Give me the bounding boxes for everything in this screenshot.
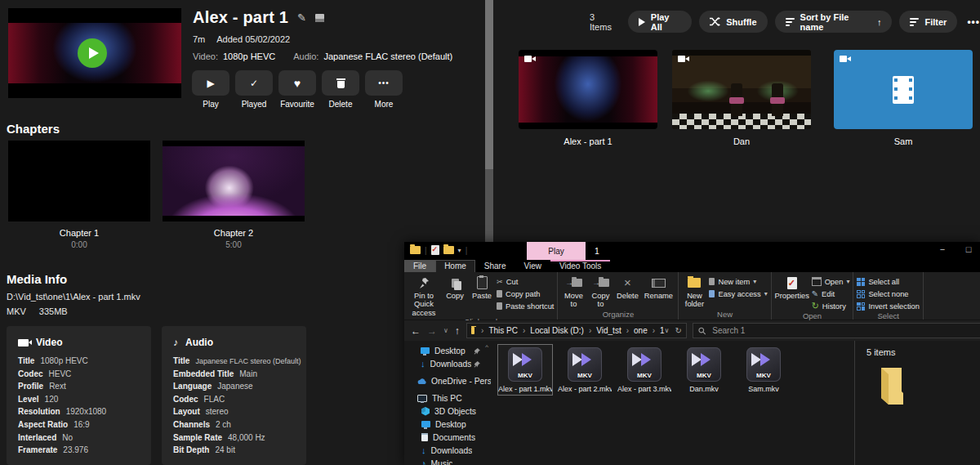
rename-button[interactable]: Rename [642, 274, 675, 300]
copy-button[interactable]: Copy [443, 274, 467, 300]
played-button[interactable]: ✓ Played [235, 70, 273, 109]
back-button[interactable]: ← [411, 325, 421, 337]
sidebar-item-downloads[interactable]: ↓ Downloads [404, 444, 491, 457]
library-item-name: Dan [672, 136, 811, 146]
more-dots-icon: ••• [378, 78, 390, 87]
open-icon [812, 277, 822, 286]
sidebar-item-this-pc[interactable]: This PC [404, 391, 491, 405]
breadcrumb-local-disk[interactable]: Local Disk (D:) [530, 326, 584, 335]
tab-file[interactable]: File [404, 260, 435, 272]
file-alex-part-1[interactable]: MKV Alex - part 1.mkv [498, 345, 552, 395]
shuffle-button[interactable]: Shuffle [699, 11, 767, 33]
properties-qat-icon[interactable]: ✓ [431, 245, 439, 255]
library-item-thumbnail[interactable] [834, 50, 973, 129]
file-alex-part-2[interactable]: MKV Alex - part 2.mkv [558, 345, 612, 395]
chapter-time: 5:00 [163, 240, 305, 249]
copy-to-button[interactable]: → Copy to [588, 274, 612, 309]
maximize-button[interactable]: □ [960, 244, 978, 254]
library-item-dan[interactable]: Dan [672, 50, 811, 146]
sidebar-item-downloads-pinned[interactable]: ↓ Downloads [404, 357, 491, 370]
large-folder-icon[interactable] [871, 365, 908, 414]
more-button[interactable]: ••• More [365, 70, 403, 109]
tab-view[interactable]: View [515, 260, 551, 272]
invert-selection-button[interactable]: Invert selection [857, 301, 920, 311]
chapter-1-thumbnail[interactable] [8, 141, 150, 221]
paste-button[interactable]: Paste [470, 274, 494, 300]
minimize-button[interactable]: − [933, 244, 951, 254]
file-alex-part-3[interactable]: MKV Alex - part 3.mkv [617, 345, 671, 395]
recent-locations-dropdown[interactable]: ∨ [443, 327, 448, 334]
library-item-alex[interactable]: Alex - part 1 [519, 50, 657, 146]
address-dropdown-icon[interactable]: ∨ [665, 327, 670, 334]
film-strip-icon [893, 76, 914, 104]
select-all-button[interactable]: Select all [857, 276, 920, 287]
folder-icon[interactable] [410, 246, 421, 254]
poster-play-button[interactable] [78, 38, 107, 68]
easy-access-icon [709, 290, 715, 297]
explorer-titlebar[interactable]: | ✓ ▾ | Play 1 − □ [404, 242, 980, 260]
sort-button[interactable]: Sort by File name ↑ [775, 11, 893, 33]
sidebar-item-3d-objects[interactable]: 3D Objects [404, 405, 491, 418]
refresh-icon[interactable]: ↻ [675, 326, 681, 335]
chapter-card-2[interactable]: Chapter 2 5:00 [163, 141, 305, 249]
media-poster[interactable] [8, 8, 181, 98]
sidebar-item-documents[interactable]: Documents [404, 431, 491, 444]
library-more-button[interactable]: ••• [967, 16, 980, 28]
desktop-icon [421, 421, 430, 427]
chapter-card-1[interactable]: Chapter 1 0:00 [8, 141, 150, 249]
breadcrumb-field[interactable]: › This PC › Local Disk (D:) › Vid_tst › … [466, 323, 687, 338]
history-button[interactable]: ↻ History [812, 301, 850, 311]
breadcrumb-vid-tst[interactable]: Vid_tst [596, 326, 621, 335]
favourite-button[interactable]: ♥ Favourite [278, 70, 316, 109]
move-to-button[interactable]: → Move to [561, 274, 586, 309]
play-button[interactable]: ▶ Play [192, 70, 229, 109]
sidebar-item-desktop[interactable]: Desktop [404, 418, 491, 431]
edit-metadata-icon[interactable]: ✎ [297, 11, 306, 24]
ribbon-tabs: File Home Share View Video Tools [404, 260, 980, 272]
qat-dropdown-icon[interactable]: ▾ [458, 247, 461, 254]
library-item-thumbnail[interactable] [672, 50, 811, 129]
dropdown-caret-icon: ▾ [753, 278, 756, 285]
cut-button[interactable]: ✂ Cut [497, 276, 554, 287]
filter-button[interactable]: Filter [899, 11, 957, 33]
file-dan[interactable]: MKV Dan.mkv [677, 345, 731, 395]
video-tools-contextual-header[interactable]: Play [527, 242, 586, 260]
chapter-name: Chapter 1 [8, 228, 150, 238]
file-sam[interactable]: MKV Sam.mkv [737, 345, 791, 395]
new-item-button[interactable]: New item ▾ [709, 276, 767, 287]
copy-path-button[interactable]: Copy path [497, 288, 554, 299]
pin-to-quick-access-button[interactable]: Pin to Quick access [408, 274, 440, 317]
edit-button[interactable]: ✎ Edit [812, 288, 850, 299]
search-box[interactable] [693, 323, 980, 338]
tab-home[interactable]: Home [435, 260, 475, 272]
new-folder-button[interactable]: New folder [682, 274, 706, 309]
copy-path-icon [497, 290, 502, 297]
delete-button[interactable]: Delete [322, 70, 359, 109]
forward-button[interactable]: → [427, 325, 437, 337]
play-all-button[interactable]: Play All [628, 11, 692, 33]
video-card-title: Video [36, 337, 62, 348]
sidebar-item-onedrive[interactable]: OneDrive - Person [404, 374, 491, 387]
sidebar-item-desktop-pinned[interactable]: Desktop [404, 344, 491, 357]
chapter-2-thumbnail[interactable] [163, 141, 305, 221]
info-row: CodecHEVC [18, 369, 140, 378]
delete-button[interactable]: × Delete [615, 274, 639, 300]
edit-images-icon[interactable] [315, 14, 324, 22]
folder-icon[interactable] [443, 246, 454, 254]
library-item-sam[interactable]: Sam [834, 50, 973, 146]
sidebar-item-music[interactable]: ♪ Music [404, 457, 491, 465]
library-item-thumbnail[interactable] [519, 50, 657, 129]
music-note-icon: ♪ [173, 337, 178, 348]
properties-button[interactable]: ✓ Properties [775, 274, 809, 300]
breadcrumb-one[interactable]: one [634, 326, 648, 335]
easy-access-button[interactable]: Easy access ▾ [709, 288, 767, 299]
paste-shortcut-button[interactable]: Paste shortcut [497, 301, 554, 311]
tab-share[interactable]: Share [475, 260, 515, 272]
detail-panel-scrollbar-thumb[interactable] [485, 0, 493, 169]
select-none-button[interactable]: Select none [857, 288, 920, 299]
up-button[interactable]: ↑ [455, 325, 460, 337]
search-input[interactable] [710, 325, 975, 336]
breadcrumb-this-pc[interactable]: This PC [488, 326, 518, 335]
tab-video-tools[interactable]: Video Tools [550, 260, 610, 272]
open-button[interactable]: Open ▾ [812, 276, 850, 287]
